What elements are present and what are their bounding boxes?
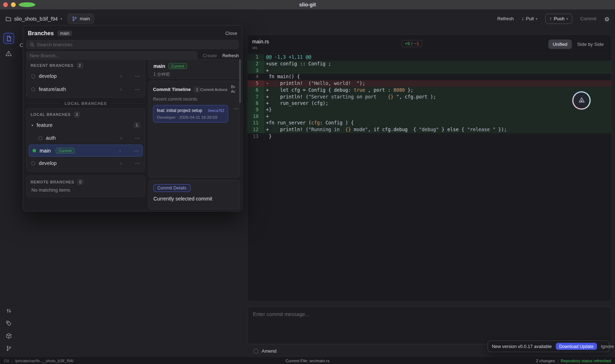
chevron-right-icon[interactable]: › bbox=[120, 73, 122, 79]
package-icon[interactable] bbox=[6, 333, 12, 339]
status-message: Repository status refreshed bbox=[561, 358, 611, 363]
commit-hash: 0eeca762 bbox=[206, 108, 225, 113]
chevron-right-icon[interactable]: › bbox=[119, 148, 121, 154]
branch-row-develop[interactable]: develop › ⋯ bbox=[27, 70, 145, 82]
commit-details-card: Commit Details Currently selected commit bbox=[148, 180, 240, 210]
diff-line: 12+ println! ("Running in {} mode", if c… bbox=[247, 127, 611, 133]
chevron-down-icon[interactable]: ▾ bbox=[31, 123, 33, 127]
chevron-right-icon[interactable]: › bbox=[120, 160, 122, 166]
branch-row-main-selected[interactable]: main Current › ⋯ bbox=[28, 145, 143, 157]
diff-line-content: + println! ("Running in {} mode", if cfg… bbox=[264, 127, 611, 133]
commit-menu-button[interactable]: ⋯ bbox=[234, 105, 239, 111]
create-branch-button[interactable]: Create bbox=[203, 53, 217, 58]
pull-button[interactable]: ↓ Pull ▾ bbox=[521, 16, 537, 21]
close-button[interactable]: Close bbox=[225, 31, 237, 36]
file-name: main.rs bbox=[252, 39, 269, 45]
branch-group-feature[interactable]: ▾ feature 1 bbox=[27, 119, 145, 132]
current-branch-badge: main bbox=[57, 31, 72, 36]
new-branch-input[interactable] bbox=[26, 51, 197, 60]
file-info: main.rs src bbox=[252, 39, 269, 50]
chevron-down-icon: ▾ bbox=[61, 17, 62, 21]
timeline-subtitle: Recent commit records bbox=[153, 97, 235, 101]
repo-selector[interactable]: slio_shots_b3if_f94 ▾ bbox=[5, 16, 62, 22]
refresh-branches-button[interactable]: Refresh bbox=[222, 53, 239, 58]
commit-button-header[interactable]: Commit bbox=[580, 16, 596, 21]
section-label: RECENT BRANCHES bbox=[31, 63, 74, 68]
diff-line: 1@@ -1,3 +1,11 @@ bbox=[247, 54, 611, 61]
diff-view-toggle: Unified Side by Side bbox=[548, 39, 607, 49]
diff-line: 3+ bbox=[247, 67, 611, 74]
count-badge: 3 bbox=[74, 112, 80, 118]
chevron-down-icon: ▾ bbox=[536, 17, 537, 21]
zoom-window-button[interactable] bbox=[19, 2, 35, 7]
remote-branches-header: REMOTE BRANCHES 0 bbox=[27, 177, 145, 186]
diff-line: 10+ bbox=[247, 113, 611, 120]
ignore-update-button[interactable]: Ignore bbox=[601, 344, 614, 349]
sync-arrows-icon[interactable] bbox=[6, 308, 12, 314]
line-number: 11 bbox=[247, 120, 264, 127]
diff-line: 5- println! ("Hello, world! "); bbox=[247, 80, 611, 87]
update-toast: New version v0.0.17 available Download U… bbox=[488, 341, 610, 352]
push-button[interactable]: ↑ Push ▾ bbox=[545, 14, 572, 24]
warning-icon[interactable] bbox=[5, 50, 12, 57]
left-rail-top bbox=[0, 33, 17, 57]
repo-path: /private/var/fo..._shots_b3if_f94/ bbox=[15, 358, 74, 363]
commit-item-selected[interactable]: feat: initial project setup 0eeca762 Dev… bbox=[153, 105, 228, 123]
status-left: Git | /private/var/fo..._shots_b3if_f94/ bbox=[4, 358, 74, 363]
recent-branches-card: RECENT BRANCHES 2 develop › ⋯ feature/au… bbox=[26, 59, 145, 97]
push-label: Push bbox=[554, 16, 564, 21]
refresh-button[interactable]: Refresh bbox=[497, 16, 514, 21]
amend-checkbox[interactable] bbox=[253, 348, 258, 353]
gear-icon[interactable]: ⚙ bbox=[604, 16, 610, 22]
diff-line-content: + bbox=[264, 113, 611, 120]
titlebar: slio-git bbox=[0, 0, 615, 9]
search-branches-input[interactable] bbox=[37, 42, 236, 47]
diff-line-content: } bbox=[264, 133, 611, 140]
more-actions-icon[interactable]: ⋯ bbox=[135, 135, 140, 141]
more-actions-icon[interactable]: ⋯ bbox=[135, 160, 140, 166]
more-actions-icon[interactable]: ⋯ bbox=[135, 73, 140, 79]
git-branch-icon[interactable] bbox=[6, 346, 12, 352]
chevron-right-icon[interactable]: › bbox=[120, 86, 122, 92]
more-actions-icon[interactable]: ⋯ bbox=[134, 148, 139, 154]
tag-icon[interactable] bbox=[6, 320, 12, 326]
branch-actions-tab[interactable]: Branch Actions bbox=[231, 85, 235, 94]
branch-selector[interactable]: main bbox=[68, 14, 94, 24]
stats-separator: / bbox=[411, 41, 412, 46]
commit-actions-tab[interactable]: Commit Actions bbox=[200, 87, 228, 91]
additions-count: +9 bbox=[405, 41, 410, 46]
branch-row-auth[interactable]: auth › ⋯ bbox=[27, 132, 145, 144]
unified-view-button[interactable]: Unified bbox=[548, 39, 572, 49]
deletions-count: −1 bbox=[414, 41, 419, 46]
diff-line-content: + println! ("Server starting on port {} … bbox=[264, 93, 611, 100]
diff-line-content: +use config :: Config ; bbox=[264, 61, 611, 68]
download-update-button[interactable]: Download Update bbox=[556, 343, 597, 350]
side-by-side-view-button[interactable]: Side by Side bbox=[574, 39, 607, 49]
arrow-down-icon: ↓ bbox=[521, 16, 524, 21]
app-logo-watermark bbox=[572, 91, 591, 110]
branch-name: main bbox=[40, 148, 51, 154]
minimize-window-button[interactable] bbox=[11, 2, 16, 7]
commit-message-input[interactable] bbox=[247, 307, 611, 344]
diff-line-content: + let cfg = Config { debug: true , port … bbox=[264, 87, 611, 94]
branch-row-develop-local[interactable]: develop › ⋯ bbox=[27, 157, 145, 170]
branch-state-icon bbox=[38, 136, 42, 140]
more-actions-icon[interactable]: ⋯ bbox=[135, 86, 140, 92]
recent-branches-header: RECENT BRANCHES 2 bbox=[27, 61, 145, 70]
diff-stats-badge: +9 / −1 bbox=[401, 40, 422, 47]
line-number: 5 bbox=[247, 80, 264, 87]
timeline-title: Commit Timeline bbox=[153, 87, 191, 92]
header-actions: Refresh ↓ Pull ▾ ↑ Push ▾ Commit ⚙ bbox=[497, 14, 609, 24]
diff-line: 9+} bbox=[247, 107, 611, 113]
close-window-button[interactable] bbox=[3, 2, 8, 7]
current-branch-dot bbox=[32, 149, 36, 152]
branch-state-icon bbox=[31, 161, 35, 165]
amend-label: Amend bbox=[262, 348, 277, 354]
branch-row-feature-auth[interactable]: feature/auth › ⋯ bbox=[27, 83, 145, 96]
sidebar-item-changes[interactable] bbox=[3, 33, 14, 44]
chevron-right-icon[interactable]: › bbox=[120, 135, 122, 141]
scrollbar-thumb[interactable] bbox=[239, 59, 241, 103]
status-app-label: Git bbox=[4, 358, 9, 363]
diff-header: main.rs src +9 / −1 Unified Side by Side bbox=[247, 35, 611, 54]
line-number: 4 bbox=[247, 74, 264, 81]
